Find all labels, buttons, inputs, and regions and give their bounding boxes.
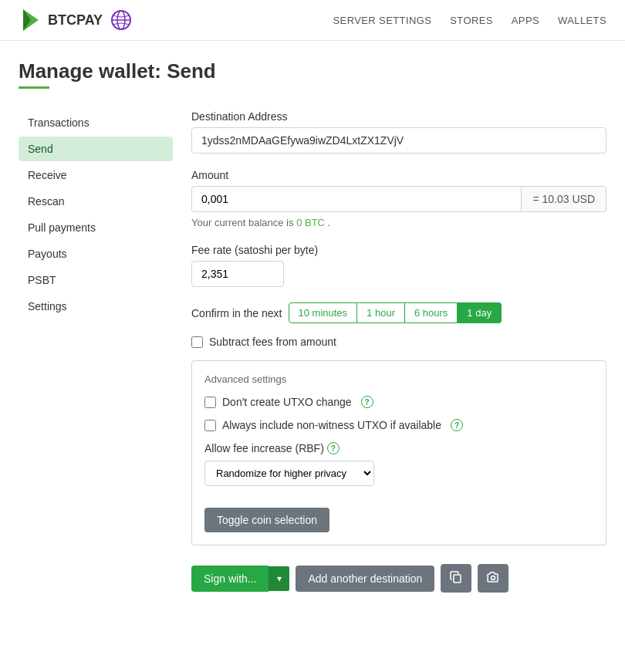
copy-button[interactable] [441,564,471,593]
fee-input[interactable] [191,261,284,287]
logo-text: BTCPAY [48,12,103,29]
utxo-change-label: Don't create UTXO change [222,396,352,408]
non-witness-row: Always include non-witness UTXO if avail… [204,419,593,431]
sidebar: Transactions Send Receive Rescan Pull pa… [19,110,173,593]
sidebar-item-pull-payments[interactable]: Pull payments [19,215,173,240]
main-form: Destination Address Amount = 10.03 USD Y… [191,110,606,593]
subtract-fees-row: Subtract fees from amount [191,336,606,348]
confirm-10min[interactable]: 10 minutes [289,302,358,323]
utxo-change-help-icon[interactable]: ? [361,396,373,408]
nav-server-settings[interactable]: SERVER SETTINGS [333,15,432,26]
destination-input[interactable] [191,127,606,154]
amount-group: Amount = 10.03 USD Your current balance … [191,169,606,228]
amount-row: = 10.03 USD [191,186,606,212]
non-witness-help-icon[interactable]: ? [451,419,463,431]
add-destination-button[interactable]: Add another destination [296,566,434,592]
page-wrapper: Manage wallet: Send Transactions Send Re… [0,41,625,611]
non-witness-label: Always include non-witness UTXO if avail… [222,419,441,431]
advanced-title: Advanced settings [204,373,593,385]
tor-icon [110,9,132,31]
sidebar-item-rescan[interactable]: Rescan [19,189,173,214]
balance-amount: 0 BTC [296,217,325,228]
page-title: Manage wallet: Send [19,59,606,83]
subtract-fees-label: Subtract fees from amount [209,336,336,348]
camera-button[interactable] [478,564,508,593]
sidebar-item-settings[interactable]: Settings [19,294,173,319]
btcpay-logo-icon [19,8,43,32]
non-witness-checkbox[interactable] [204,420,216,431]
subtract-fees-checkbox[interactable] [191,336,203,348]
rbf-help-icon[interactable]: ? [327,442,340,454]
sign-button[interactable]: Sign with... [191,566,269,592]
utxo-change-row: Don't create UTXO change ? [204,396,593,408]
camera-icon [487,571,499,583]
copy-icon [450,571,462,583]
logo: BTCPAY [19,8,103,32]
sign-caret-button[interactable]: ▾ [269,566,289,591]
balance-prefix: Your current balance is [191,217,294,228]
amount-input[interactable] [191,186,522,212]
nav-apps[interactable]: APPS [512,15,539,26]
title-underline [19,86,49,89]
confirm-1hr[interactable]: 1 hour [357,302,405,323]
sidebar-item-send[interactable]: Send [19,137,173,161]
confirm-6hr[interactable]: 6 hours [405,302,458,323]
rbf-select[interactable]: Randomize for higher privacy Yes No [204,461,374,486]
sidebar-item-transactions[interactable]: Transactions [19,110,173,135]
sidebar-item-payouts[interactable]: Payouts [19,241,173,266]
utxo-change-checkbox[interactable] [204,397,216,408]
destination-group: Destination Address [191,110,606,154]
header-nav: SERVER SETTINGS STORES APPS WALLETS [333,15,606,26]
fee-label: Fee rate (satoshi per byte) [191,244,606,256]
sidebar-item-psbt[interactable]: PSBT [19,268,173,292]
sign-button-group: Sign with... ▾ [191,566,289,592]
action-row: Sign with... ▾ Add another destination [191,564,606,593]
balance-text: Your current balance is 0 BTC . [191,217,606,228]
destination-label: Destination Address [191,110,606,123]
rbf-label: Allow fee increase (RBF) [204,442,324,454]
advanced-settings-box: Advanced settings Don't create UTXO chan… [191,360,606,545]
rbf-group: Allow fee increase (RBF) ? Randomize for… [204,442,593,486]
balance-suffix: . [328,217,331,228]
header-left: BTCPAY [19,8,132,32]
svg-point-6 [492,576,495,580]
confirm-row: Confirm in the next 10 minutes 1 hour 6 … [191,302,606,323]
content-area: Transactions Send Receive Rescan Pull pa… [19,110,606,593]
fee-group: Fee rate (satoshi per byte) [191,244,606,287]
sidebar-item-receive[interactable]: Receive [19,163,173,187]
header: BTCPAY SERVER SETTINGS STORES APPS WALLE… [0,0,625,41]
confirm-label: Confirm in the next [191,307,282,319]
nav-stores[interactable]: STORES [450,15,493,26]
svg-rect-5 [454,575,461,583]
confirm-1day[interactable]: 1 day [458,302,502,323]
toggle-coin-button[interactable]: Toggle coin selection [204,508,329,532]
amount-label: Amount [191,169,606,181]
amount-usd: = 10.03 USD [522,186,606,212]
nav-wallets[interactable]: WALLETS [558,15,606,26]
